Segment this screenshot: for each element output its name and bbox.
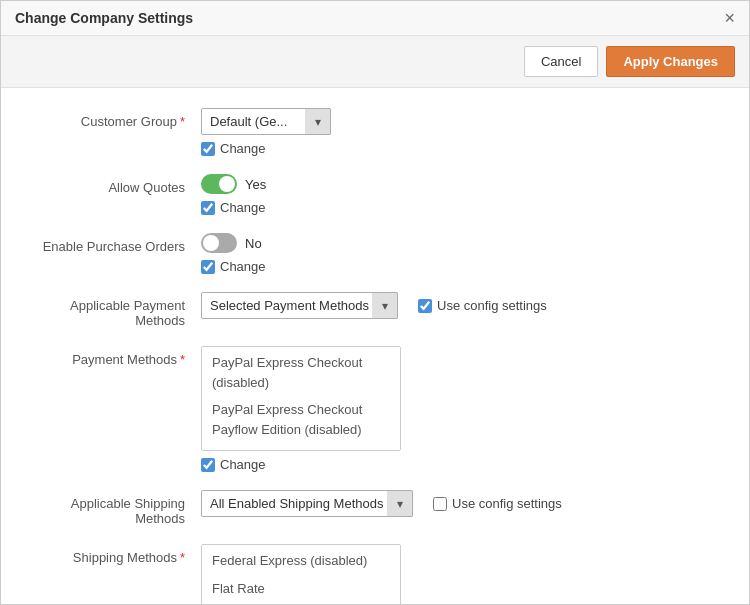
customer-group-label: Customer Group* [31,108,201,129]
list-item[interactable]: Payment by cards or by PayPal account (d… [202,443,400,451]
allow-quotes-toggle[interactable] [201,174,237,194]
list-item[interactable]: Federal Express (disabled) [202,547,400,575]
close-button[interactable]: × [724,9,735,27]
shipping-methods-label: Shipping Methods* [31,544,201,565]
applicable-shipping-use-config-checkbox[interactable] [433,497,447,511]
allow-quotes-row: Allow Quotes Yes Change [1,174,749,215]
list-item[interactable]: PayPal Express Checkout (disabled) [202,349,400,396]
applicable-shipping-methods-label: Applicable Shipping Methods [31,490,201,526]
applicable-shipping-methods-controls: All Enabled Shipping Methods Use config … [201,490,719,517]
payment-methods-listbox[interactable]: PayPal Express Checkout (disabled) PayPa… [201,346,401,451]
shipping-methods-listbox[interactable]: Federal Express (disabled) Flat Rate Bes… [201,544,401,604]
applicable-payment-methods-controls: Selected Payment Methods Use config sett… [201,292,719,319]
enable-purchase-orders-toggle[interactable] [201,233,237,253]
payment-methods-change-checkbox-label[interactable]: Change [201,457,719,472]
allow-quotes-change-checkbox[interactable] [201,201,215,215]
customer-group-controls: Default (Ge... Change [201,108,719,156]
applicable-payment-methods-select-wrapper: Selected Payment Methods [201,292,398,319]
customer-group-change-checkbox[interactable] [201,142,215,156]
modal-header: Change Company Settings × [1,1,749,36]
modal-title: Change Company Settings [15,10,193,26]
enable-purchase-orders-change-checkbox[interactable] [201,260,215,274]
payment-methods-row: Payment Methods* PayPal Express Checkout… [1,346,749,472]
enable-purchase-orders-label: Enable Purchase Orders [31,233,201,254]
applicable-shipping-methods-select-wrapper: All Enabled Shipping Methods [201,490,413,517]
shipping-methods-row: Shipping Methods* Federal Express (disab… [1,544,749,604]
list-item[interactable]: PayPal Express Checkout Payflow Edition … [202,396,400,443]
apply-changes-button[interactable]: Apply Changes [606,46,735,77]
applicable-payment-methods-select[interactable]: Selected Payment Methods [201,292,398,319]
shipping-methods-controls: Federal Express (disabled) Flat Rate Bes… [201,544,719,604]
customer-group-select-wrapper: Default (Ge... [201,108,331,135]
payment-methods-change-checkbox[interactable] [201,458,215,472]
applicable-payment-use-config-checkbox[interactable] [418,299,432,313]
modal-body: Customer Group* Default (Ge... Change [1,88,749,604]
applicable-payment-methods-row: Applicable Payment Methods Selected Paym… [1,292,749,328]
list-item[interactable]: Flat Rate [202,575,400,603]
customer-group-change-checkbox-label[interactable]: Change [201,141,719,156]
payment-methods-label: Payment Methods* [31,346,201,367]
customer-group-row: Customer Group* Default (Ge... Change [1,108,749,156]
applicable-shipping-methods-row: Applicable Shipping Methods All Enabled … [1,490,749,526]
list-item[interactable]: Best Way (disabled) [202,602,400,604]
cancel-button[interactable]: Cancel [524,46,598,77]
applicable-payment-use-config-label[interactable]: Use config settings [418,298,547,313]
toolbar: Cancel Apply Changes [1,36,749,88]
enable-purchase-orders-controls: No Change [201,233,719,274]
enable-purchase-orders-toggle-text: No [245,236,262,251]
applicable-shipping-use-config-label[interactable]: Use config settings [433,496,562,511]
allow-quotes-toggle-text: Yes [245,177,266,192]
allow-quotes-controls: Yes Change [201,174,719,215]
modal: Change Company Settings × Cancel Apply C… [0,0,750,605]
applicable-payment-methods-label: Applicable Payment Methods [31,292,201,328]
customer-group-select[interactable]: Default (Ge... [201,108,331,135]
enable-purchase-orders-toggle-slider [201,233,237,253]
applicable-shipping-methods-select[interactable]: All Enabled Shipping Methods [201,490,413,517]
allow-quotes-change-checkbox-label[interactable]: Change [201,200,719,215]
allow-quotes-label: Allow Quotes [31,174,201,195]
payment-methods-controls: PayPal Express Checkout (disabled) PayPa… [201,346,719,472]
allow-quotes-toggle-slider [201,174,237,194]
enable-purchase-orders-row: Enable Purchase Orders No Change [1,233,749,274]
enable-purchase-orders-change-checkbox-label[interactable]: Change [201,259,719,274]
